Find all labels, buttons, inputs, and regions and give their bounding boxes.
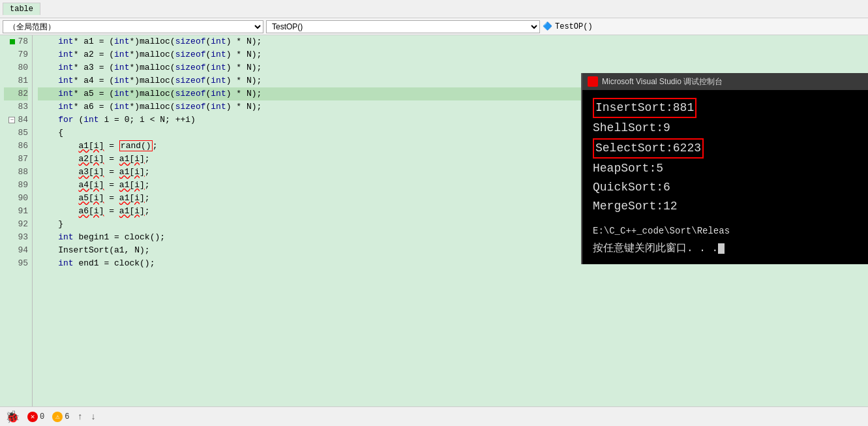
ln-81: 81	[4, 74, 28, 87]
vs-icon	[588, 76, 598, 87]
ln-80: 80	[4, 61, 28, 74]
editor-area: 78 79 80 81 82 83 − 84 85 86 87 88 89 90…	[0, 35, 868, 406]
ln-92: 92	[4, 218, 28, 231]
ln-91: 91	[4, 205, 28, 218]
console-line-1: InsertSort:881	[593, 98, 858, 118]
ln-79: 79	[4, 48, 28, 61]
ln-88: 88	[4, 166, 28, 179]
heap-sort-result: HeapSort:5	[593, 162, 663, 175]
merge-sort-result: MergeSort:12	[593, 200, 678, 213]
ln-89: 89	[4, 179, 28, 192]
debug-icon: 🐞	[5, 410, 20, 424]
line-numbers: 78 79 80 81 82 83 − 84 85 86 87 88 89 90…	[0, 35, 33, 406]
console-title: Microsoft Visual Studio 调试控制台	[602, 76, 723, 87]
select-sort-result: SelectSort:6223	[593, 138, 704, 159]
console-line-3: SelectSort:6223	[593, 138, 858, 159]
warning-number: 6	[65, 412, 69, 421]
nav-dropdowns: （全局范围） TestOP() 🔷 TestOP()	[0, 18, 868, 35]
cursor	[718, 243, 725, 254]
ln-78: 78	[4, 35, 28, 48]
ln-82: 82	[4, 87, 28, 100]
ln-90: 90	[4, 192, 28, 205]
up-arrow-btn[interactable]: ↑	[77, 412, 82, 422]
console-prompt: 按任意键关闭此窗口. . .	[593, 241, 858, 256]
down-arrow-btn[interactable]: ↓	[91, 412, 96, 422]
shell-sort-result: ShellSort:9	[593, 121, 670, 134]
console-window: Microsoft Visual Studio 调试控制台 InsertSort…	[581, 73, 868, 264]
ln-93: 93	[4, 231, 28, 244]
code-line-79: int* a2 = (int*)malloc(sizeof(int) * N);	[38, 48, 863, 61]
func-label-text: TestOP()	[555, 22, 593, 31]
error-number: 0	[40, 412, 44, 421]
warning-count[interactable]: ⚠ 6	[52, 412, 69, 422]
ln-95: 95	[4, 257, 28, 270]
error-icon: ✕	[27, 412, 38, 422]
breakpoint-indicator	[10, 39, 15, 44]
ln-86: 86	[4, 140, 28, 153]
console-body: InsertSort:881 ShellSort:9 SelectSort:62…	[582, 90, 868, 264]
func-label-icon: 🔷	[543, 22, 552, 31]
ln-84: − 84	[4, 114, 28, 127]
console-line-6: MergeSort:12	[593, 198, 858, 215]
status-bar: 🐞 ✕ 0 ⚠ 6 ↑ ↓	[0, 406, 868, 426]
console-path: E:\C_C++_code\Sort\Releas	[593, 224, 858, 238]
ln-85: 85	[4, 127, 28, 140]
console-line-4: HeapSort:5	[593, 160, 858, 177]
collapse-btn-84[interactable]: −	[8, 117, 15, 123]
warning-icon: ⚠	[52, 412, 63, 422]
func-dropdown[interactable]: TestOP()	[266, 20, 540, 33]
ln-94: 94	[4, 244, 28, 257]
ln-87: 87	[4, 153, 28, 166]
quick-sort-result: QuickSort:6	[593, 181, 670, 194]
insert-sort-result: InsertSort:881	[593, 98, 696, 118]
code-line-80: int* a3 = (int*)malloc(sizeof(int) * N);	[38, 61, 863, 74]
scope-dropdown[interactable]: （全局范围）	[3, 20, 263, 33]
ln-83: 83	[4, 100, 28, 114]
console-line-2: ShellSort:9	[593, 119, 858, 137]
rand-box: rand()	[119, 140, 153, 151]
code-line-78: int* a1 = (int*)malloc(sizeof(int) * N);	[38, 35, 863, 48]
console-title-bar: Microsoft Visual Studio 调试控制台	[582, 73, 868, 90]
tab-bar: table	[0, 0, 868, 18]
active-tab[interactable]: table	[3, 3, 40, 15]
error-count[interactable]: ✕ 0	[27, 412, 44, 422]
console-line-5: QuickSort:6	[593, 179, 858, 196]
